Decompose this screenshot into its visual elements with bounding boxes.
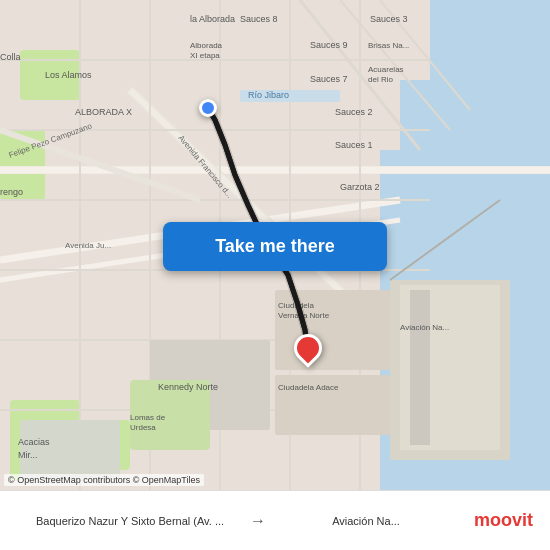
svg-text:Vernaza Norte: Vernaza Norte bbox=[278, 311, 330, 320]
svg-text:del Rio: del Rio bbox=[368, 75, 393, 84]
svg-text:Avenida Ju...: Avenida Ju... bbox=[65, 241, 111, 250]
to-label: Aviación Na... bbox=[266, 515, 466, 527]
svg-text:Aviación Na...: Aviación Na... bbox=[400, 323, 449, 332]
svg-text:Los Alamos: Los Alamos bbox=[45, 70, 92, 80]
svg-text:Garzota 2: Garzota 2 bbox=[340, 182, 380, 192]
moovit-logo: moovit bbox=[474, 510, 533, 531]
take-me-there-button[interactable]: Take me there bbox=[163, 222, 387, 271]
map-attribution: © OpenStreetMap contributors © OpenMapTi… bbox=[4, 474, 204, 486]
svg-text:Acacias: Acacias bbox=[18, 437, 50, 447]
svg-text:Sauces 8: Sauces 8 bbox=[240, 14, 278, 24]
svg-text:Sauces 3: Sauces 3 bbox=[370, 14, 408, 24]
moovit-brand-text: moovit bbox=[474, 510, 533, 531]
start-marker bbox=[199, 99, 217, 117]
end-marker bbox=[294, 334, 322, 370]
svg-text:XI etapa: XI etapa bbox=[190, 51, 220, 60]
svg-text:Ciudadela: Ciudadela bbox=[278, 301, 315, 310]
svg-text:Kennedy Norte: Kennedy Norte bbox=[158, 382, 218, 392]
svg-text:Río Jibaro: Río Jibaro bbox=[248, 90, 289, 100]
svg-rect-33 bbox=[410, 290, 430, 445]
svg-text:Urdesa: Urdesa bbox=[130, 423, 156, 432]
arrow-icon: → bbox=[250, 512, 266, 530]
svg-text:Ciudadela Adace: Ciudadela Adace bbox=[278, 383, 339, 392]
svg-text:Brisas Na...: Brisas Na... bbox=[368, 41, 409, 50]
svg-text:Sauces 2: Sauces 2 bbox=[335, 107, 373, 117]
svg-text:Sauces 9: Sauces 9 bbox=[310, 40, 348, 50]
svg-text:la Alborada: la Alborada bbox=[190, 14, 235, 24]
svg-text:Colla: Colla bbox=[0, 52, 21, 62]
svg-text:ALBORADA X: ALBORADA X bbox=[75, 107, 132, 117]
svg-text:Sauces 7: Sauces 7 bbox=[310, 74, 348, 84]
svg-text:Lomas de: Lomas de bbox=[130, 413, 166, 422]
svg-text:rengo: rengo bbox=[0, 187, 23, 197]
svg-text:Alborada: Alborada bbox=[190, 41, 223, 50]
map-container: la Alborada Sauces 8 Sauces 3 Alborada X… bbox=[0, 0, 550, 490]
bottom-bar: Baquerizo Nazur Y Sixto Bernal (Av. ... … bbox=[0, 490, 550, 550]
svg-text:Sauces 1: Sauces 1 bbox=[335, 140, 373, 150]
svg-text:Mir...: Mir... bbox=[18, 450, 38, 460]
from-label: Baquerizo Nazur Y Sixto Bernal (Av. ... bbox=[10, 515, 250, 527]
svg-text:Acuarelas: Acuarelas bbox=[368, 65, 404, 74]
